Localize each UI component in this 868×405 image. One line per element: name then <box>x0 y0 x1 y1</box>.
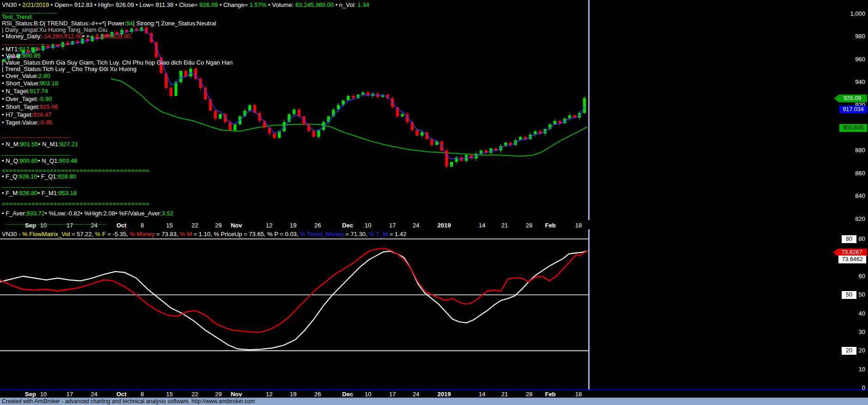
x-axis-label: 24 <box>413 391 419 398</box>
text-segment: • <box>334 1 339 8</box>
text-segment: • Over_Value: <box>2 72 38 79</box>
text-segment: 953.18 <box>59 190 77 197</box>
separator-dashes: ------------------------------ <box>2 135 71 141</box>
indicator-line: • N_M:901.55• N_M1:927.21 <box>2 141 78 147</box>
indicator-line: | Value_Status:Đinh Gia Suy Giam, Tich L… <box>2 60 233 66</box>
x-axis-label: 2019 <box>438 391 451 398</box>
text-segment: = 73.83, <box>155 231 180 238</box>
text-segment: • <box>49 1 54 8</box>
x-axis-label: Nov <box>231 391 242 398</box>
indicator-line: • MT1:917.03 <box>2 46 38 52</box>
oscillator-tick-label: 0 <box>833 384 865 391</box>
cursor-line-bottom <box>588 229 590 389</box>
x-axis-label: 8 <box>140 391 144 398</box>
oscillator-tick-label: 30 <box>833 328 865 335</box>
candle-body <box>234 125 236 130</box>
text-segment: % F <box>95 231 106 238</box>
text-segment: • F_M1: <box>38 190 59 197</box>
indicator-line: • F_M:926.80• F_M1:953.18 <box>2 190 77 196</box>
x-axis-label: 2019 <box>438 222 451 229</box>
indicator-line: • N_Taget:917.74 <box>2 88 48 94</box>
text-segment: • <box>266 1 272 8</box>
text-segment: 900.85 <box>22 52 41 59</box>
x-axis-label: 22 <box>192 391 198 398</box>
text-segment: Change= <box>223 1 250 8</box>
x-axis-label: 24 <box>413 222 419 229</box>
x-axis-label: 26 <box>314 222 321 229</box>
text-segment: 924.47 <box>33 111 51 118</box>
x-axis-label: 17 <box>66 391 73 398</box>
candle-body <box>214 111 217 119</box>
text-segment: • N_M: <box>2 141 20 148</box>
indicator-line: • Over_Taget:-0.90 <box>2 96 52 102</box>
x-axis-label: Oct <box>116 391 127 398</box>
indicator-line: | Trend_Status:Tich Luy _ Cho Thay Đôi X… <box>2 66 137 72</box>
price-tick-label: 880 <box>833 147 865 154</box>
candle-body <box>312 131 315 137</box>
text-segment: Close= <box>179 1 199 8</box>
indicator-line: Test_Trend: <box>2 14 33 20</box>
text-segment: • N_Taget: <box>2 88 30 95</box>
candle-body <box>362 92 364 95</box>
indicator-line: • H7_Taget:924.47 <box>2 112 51 118</box>
x-axis-label: 8 <box>140 222 144 229</box>
text-segment: 926.09 <box>199 1 218 8</box>
text-segment: • F_M: <box>2 190 19 197</box>
text-segment: • %Low:-0.82• %High:2.08• %F/Value_Aver: <box>45 210 162 217</box>
text-segment: 926.80 <box>19 190 38 197</box>
x-axis-label: 14 <box>479 391 485 398</box>
price-tick-label: 1,000 <box>833 10 865 17</box>
x-axis-label: Feb <box>545 391 555 398</box>
text-segment: • MT1: <box>2 46 19 53</box>
separator-dashes: ======================================== <box>2 201 150 207</box>
text-segment: 926.10 <box>19 173 37 180</box>
indicator-line: RSI_Status:B:D| TREND_Status:-#++*| Powe… <box>2 20 216 26</box>
oscillator-tick-label: 40 <box>833 310 865 317</box>
axis-dash-overlay: ----------------------------------------… <box>6 221 107 227</box>
indicator-line: • F_Aver:933.72• %Low:-0.82• %High:2.08•… <box>2 210 174 216</box>
text-segment: • <box>134 1 139 8</box>
indicator-line: • Taget-Value:-0.95 <box>2 119 53 125</box>
text-segment: • Short_Taget: <box>2 103 40 110</box>
text-segment: % PriceUp = 73.65, <box>214 231 267 238</box>
text-segment: 901.55 <box>20 141 38 148</box>
text-segment: • Over_Taget: <box>2 95 38 102</box>
price-tick-label: 860 <box>833 170 865 177</box>
oscillator-chart-pane[interactable] <box>0 229 868 390</box>
x-axis-label: 21 <box>501 222 508 229</box>
text-segment: Low= 911.38 <box>139 1 174 8</box>
value-badge: 900.845 <box>839 124 867 132</box>
candle-body <box>180 71 182 83</box>
text-segment: • N_Q1: <box>38 157 59 164</box>
oscillator-title: VN30 - % FlowMatrix_Vol = 57.22, % F = -… <box>2 231 406 238</box>
text-segment: VN30 - <box>2 231 22 238</box>
price-tick-label: 980 <box>833 33 865 40</box>
text-segment: = 71.30, <box>344 231 369 238</box>
indicator-line: • F_Q:926.10• F_Q1:928.80 <box>2 173 76 179</box>
text-segment: | Trend_Status:Tich Luy _ Cho Thay Đôi X… <box>2 66 137 72</box>
indicator-line: • N_Q:900.85• N_Q1:903.48 <box>2 158 78 164</box>
x-axis-label: 10 <box>40 391 47 398</box>
candle-body <box>219 114 222 119</box>
x-axis-label: 21 <box>501 391 508 398</box>
value-badge: 73.6462 <box>838 256 866 263</box>
text-segment: 1.34 <box>357 1 369 8</box>
text-segment: • F_Q1: <box>37 173 58 180</box>
value-badge: 926.09 <box>834 95 867 102</box>
x-axis-label: Nov <box>231 222 242 229</box>
candle-body <box>150 33 153 42</box>
text-segment: -0.95 <box>39 119 53 126</box>
text-segment: 1.57% <box>249 1 266 8</box>
text-segment: = 1.42 <box>388 231 406 238</box>
indicator-line: • Value:900.85 <box>2 53 41 59</box>
x-axis-label: Dec <box>342 222 353 229</box>
pane-divider <box>0 389 868 390</box>
candle-body <box>401 114 404 116</box>
text-segment: 903.18 <box>40 80 58 87</box>
value-badge: 917.034 <box>839 106 867 113</box>
candle-body <box>583 98 586 113</box>
text-segment: n_Vol: <box>339 1 358 8</box>
amibroker-window: VN30 • 2/21/2019 • Open= 912.83 • High= … <box>0 0 868 405</box>
x-axis-label: 12 <box>266 222 272 229</box>
text-segment: 917.74 <box>30 88 48 95</box>
